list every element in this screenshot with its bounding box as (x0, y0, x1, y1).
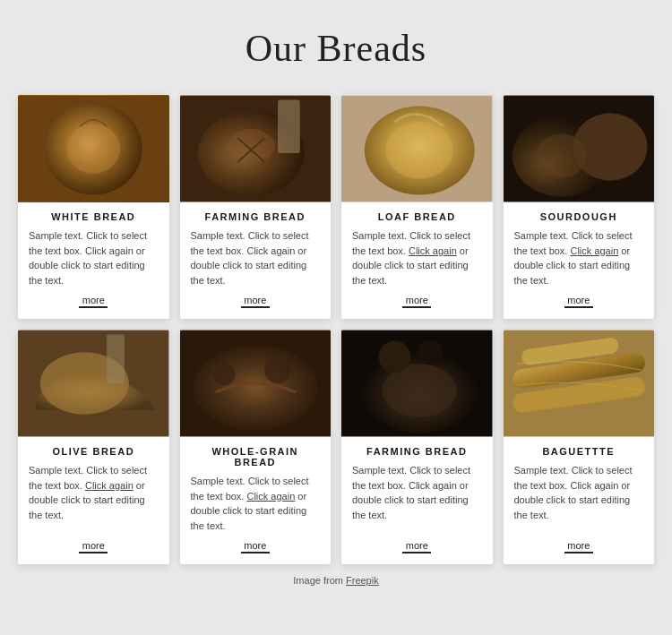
card-loaf-bread: LOAF BREAD Sample text. Click to select … (341, 95, 493, 319)
card-more-sourdough[interactable]: more (564, 295, 593, 308)
card-more-whole-grain[interactable]: more (241, 540, 270, 553)
card-image-olive-bread (18, 330, 169, 437)
svg-rect-17 (107, 334, 125, 383)
card-body-whole-grain: WHOLE-GRAIN BREAD Sample text. Click to … (180, 437, 332, 564)
card-baguette: BAGUETTTE Sample text. Click to select t… (504, 330, 655, 564)
card-text-sourdough: Sample text. Click to select the text bo… (514, 228, 644, 287)
card-body-farming-bread: FARMING BREAD Sample text. Click to sele… (180, 202, 332, 319)
card-title-olive-bread: OLIVE BREAD (29, 446, 159, 457)
card-title-farming-bread: FARMING BREAD (191, 211, 321, 222)
click-again-loaf[interactable]: Click again (409, 245, 457, 256)
svg-point-26 (418, 339, 443, 365)
svg-point-10 (386, 122, 453, 178)
card-olive-bread: OLIVE BREAD Sample text. Click to select… (18, 330, 169, 564)
page-title: Our Breads (18, 27, 654, 70)
card-image-baguette (504, 330, 655, 437)
card-image-farming-bread-2 (341, 330, 493, 437)
bread-grid: WHITE BREAD Sample text. Click to select… (18, 95, 654, 319)
card-text-baguette: Sample text. Click to select the text bo… (514, 463, 644, 533)
svg-point-21 (264, 356, 291, 383)
card-more-farming-bread-2[interactable]: more (402, 540, 431, 553)
card-title-sourdough: SOURDOUGH (514, 211, 644, 222)
click-again-sourdough[interactable]: Click again (570, 245, 618, 256)
card-image-whole-grain (180, 330, 332, 437)
card-text-loaf-bread: Sample text. Click to select the text bo… (352, 228, 482, 287)
card-image-white-bread (18, 95, 169, 202)
card-sourdough: SOURDOUGH Sample text. Click to select t… (504, 95, 655, 319)
svg-rect-7 (278, 99, 300, 152)
footer-credit: Image from Freepik (18, 575, 654, 595)
card-text-white-bread: Sample text. Click to select the text bo… (29, 228, 159, 287)
card-more-olive-bread[interactable]: more (79, 540, 108, 553)
svg-point-2 (67, 124, 120, 174)
card-title-loaf-bread: LOAF BREAD (352, 211, 482, 222)
card-image-farming-bread (180, 95, 332, 202)
bread-grid-2: OLIVE BREAD Sample text. Click to select… (18, 330, 654, 564)
card-title-baguette: BAGUETTTE (514, 446, 644, 457)
card-title-whole-grain: WHOLE-GRAIN BREAD (191, 446, 321, 468)
card-farming-bread: FARMING BREAD Sample text. Click to sele… (180, 95, 332, 319)
click-again-whole-grain[interactable]: Click again (246, 491, 295, 502)
card-image-loaf-bread (341, 95, 493, 202)
card-whole-grain: WHOLE-GRAIN BREAD Sample text. Click to … (180, 330, 332, 564)
card-title-farming-bread-2: FARMING BREAD (352, 446, 482, 457)
svg-point-25 (379, 340, 411, 373)
card-body-white-bread: WHITE BREAD Sample text. Click to select… (18, 202, 169, 319)
card-body-olive-bread: OLIVE BREAD Sample text. Click to select… (18, 437, 169, 564)
card-title-white-bread: WHITE BREAD (29, 211, 159, 222)
card-text-farming-bread-2: Sample text. Click to select the text bo… (352, 463, 482, 533)
card-farming-bread-2: FARMING BREAD Sample text. Click to sele… (341, 330, 493, 564)
svg-point-14 (536, 133, 586, 178)
card-body-farming-bread-2: FARMING BREAD Sample text. Click to sele… (341, 437, 493, 564)
card-text-whole-grain: Sample text. Click to select the text bo… (191, 474, 321, 533)
card-body-baguette: BAGUETTTE Sample text. Click to select t… (504, 437, 655, 564)
freepik-link[interactable]: Freepik (346, 575, 379, 586)
svg-point-19 (193, 345, 317, 430)
page-wrapper: Our Breads (0, 0, 672, 613)
card-body-sourdough: SOURDOUGH Sample text. Click to select t… (504, 202, 655, 319)
card-text-farming-bread: Sample text. Click to select the text bo… (191, 228, 321, 287)
card-more-farming-bread[interactable]: more (241, 295, 270, 308)
card-white-bread: WHITE BREAD Sample text. Click to select… (18, 95, 169, 319)
card-more-baguette[interactable]: more (564, 540, 593, 553)
click-again-olive[interactable]: Click again (85, 480, 134, 491)
card-more-loaf-bread[interactable]: more (402, 295, 431, 308)
card-image-sourdough (504, 95, 655, 202)
card-body-loaf-bread: LOAF BREAD Sample text. Click to select … (341, 202, 493, 319)
svg-point-20 (213, 364, 235, 385)
card-more-white-bread[interactable]: more (79, 295, 108, 308)
card-text-olive-bread: Sample text. Click to select the text bo… (29, 463, 159, 533)
